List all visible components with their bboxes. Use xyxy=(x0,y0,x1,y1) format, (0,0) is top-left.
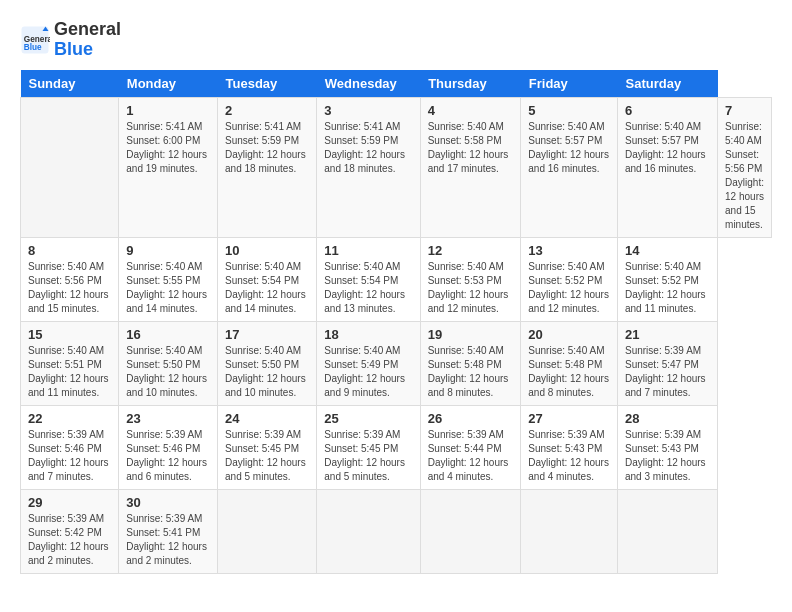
calendar-week-row: 8Sunrise: 5:40 AM Sunset: 5:56 PM Daylig… xyxy=(21,237,772,321)
day-number: 27 xyxy=(528,411,610,426)
day-number: 30 xyxy=(126,495,210,510)
calendar-cell xyxy=(618,489,718,573)
day-number: 4 xyxy=(428,103,514,118)
calendar-cell: 14Sunrise: 5:40 AM Sunset: 5:52 PM Dayli… xyxy=(618,237,718,321)
calendar-cell: 7Sunrise: 5:40 AM Sunset: 5:56 PM Daylig… xyxy=(718,97,772,237)
calendar-cell: 11Sunrise: 5:40 AM Sunset: 5:54 PM Dayli… xyxy=(317,237,420,321)
day-number: 23 xyxy=(126,411,210,426)
calendar-cell: 1Sunrise: 5:41 AM Sunset: 6:00 PM Daylig… xyxy=(119,97,218,237)
day-number: 26 xyxy=(428,411,514,426)
day-info: Sunrise: 5:39 AM Sunset: 5:43 PM Dayligh… xyxy=(625,428,710,484)
logo-icon: General Blue xyxy=(20,25,50,55)
weekday-header-monday: Monday xyxy=(119,70,218,98)
calendar-cell: 19Sunrise: 5:40 AM Sunset: 5:48 PM Dayli… xyxy=(420,321,521,405)
day-info: Sunrise: 5:40 AM Sunset: 5:51 PM Dayligh… xyxy=(28,344,111,400)
day-number: 14 xyxy=(625,243,710,258)
calendar-cell: 10Sunrise: 5:40 AM Sunset: 5:54 PM Dayli… xyxy=(218,237,317,321)
calendar-cell: 20Sunrise: 5:40 AM Sunset: 5:48 PM Dayli… xyxy=(521,321,618,405)
day-info: Sunrise: 5:40 AM Sunset: 5:50 PM Dayligh… xyxy=(126,344,210,400)
weekday-header-thursday: Thursday xyxy=(420,70,521,98)
weekday-header-friday: Friday xyxy=(521,70,618,98)
calendar-week-row: 15Sunrise: 5:40 AM Sunset: 5:51 PM Dayli… xyxy=(21,321,772,405)
svg-text:Blue: Blue xyxy=(24,43,42,52)
logo-text: General Blue xyxy=(54,20,121,60)
calendar-cell: 29Sunrise: 5:39 AM Sunset: 5:42 PM Dayli… xyxy=(21,489,119,573)
calendar-cell: 23Sunrise: 5:39 AM Sunset: 5:46 PM Dayli… xyxy=(119,405,218,489)
day-number: 17 xyxy=(225,327,309,342)
day-info: Sunrise: 5:40 AM Sunset: 5:48 PM Dayligh… xyxy=(428,344,514,400)
empty-cell xyxy=(21,97,119,237)
day-info: Sunrise: 5:39 AM Sunset: 5:42 PM Dayligh… xyxy=(28,512,111,568)
calendar-cell: 2Sunrise: 5:41 AM Sunset: 5:59 PM Daylig… xyxy=(218,97,317,237)
day-info: Sunrise: 5:40 AM Sunset: 5:56 PM Dayligh… xyxy=(28,260,111,316)
day-number: 20 xyxy=(528,327,610,342)
calendar-cell: 27Sunrise: 5:39 AM Sunset: 5:43 PM Dayli… xyxy=(521,405,618,489)
day-info: Sunrise: 5:39 AM Sunset: 5:46 PM Dayligh… xyxy=(28,428,111,484)
calendar-cell: 18Sunrise: 5:40 AM Sunset: 5:49 PM Dayli… xyxy=(317,321,420,405)
calendar-cell xyxy=(420,489,521,573)
day-number: 29 xyxy=(28,495,111,510)
day-info: Sunrise: 5:41 AM Sunset: 5:59 PM Dayligh… xyxy=(324,120,412,176)
calendar-week-row: 29Sunrise: 5:39 AM Sunset: 5:42 PM Dayli… xyxy=(21,489,772,573)
calendar-cell: 6Sunrise: 5:40 AM Sunset: 5:57 PM Daylig… xyxy=(618,97,718,237)
calendar-cell: 3Sunrise: 5:41 AM Sunset: 5:59 PM Daylig… xyxy=(317,97,420,237)
day-number: 15 xyxy=(28,327,111,342)
day-info: Sunrise: 5:39 AM Sunset: 5:43 PM Dayligh… xyxy=(528,428,610,484)
day-info: Sunrise: 5:40 AM Sunset: 5:58 PM Dayligh… xyxy=(428,120,514,176)
day-number: 8 xyxy=(28,243,111,258)
day-number: 9 xyxy=(126,243,210,258)
calendar-cell: 5Sunrise: 5:40 AM Sunset: 5:57 PM Daylig… xyxy=(521,97,618,237)
day-number: 12 xyxy=(428,243,514,258)
day-number: 2 xyxy=(225,103,309,118)
weekday-header-sunday: Sunday xyxy=(21,70,119,98)
calendar-cell: 8Sunrise: 5:40 AM Sunset: 5:56 PM Daylig… xyxy=(21,237,119,321)
day-info: Sunrise: 5:40 AM Sunset: 5:55 PM Dayligh… xyxy=(126,260,210,316)
calendar-week-row: 22Sunrise: 5:39 AM Sunset: 5:46 PM Dayli… xyxy=(21,405,772,489)
day-number: 19 xyxy=(428,327,514,342)
day-info: Sunrise: 5:39 AM Sunset: 5:47 PM Dayligh… xyxy=(625,344,710,400)
day-number: 7 xyxy=(725,103,764,118)
day-info: Sunrise: 5:39 AM Sunset: 5:45 PM Dayligh… xyxy=(225,428,309,484)
day-info: Sunrise: 5:40 AM Sunset: 5:57 PM Dayligh… xyxy=(528,120,610,176)
calendar-cell: 4Sunrise: 5:40 AM Sunset: 5:58 PM Daylig… xyxy=(420,97,521,237)
calendar-table: SundayMondayTuesdayWednesdayThursdayFrid… xyxy=(20,70,772,574)
day-info: Sunrise: 5:40 AM Sunset: 5:48 PM Dayligh… xyxy=(528,344,610,400)
calendar-cell: 26Sunrise: 5:39 AM Sunset: 5:44 PM Dayli… xyxy=(420,405,521,489)
calendar-cell: 28Sunrise: 5:39 AM Sunset: 5:43 PM Dayli… xyxy=(618,405,718,489)
day-info: Sunrise: 5:40 AM Sunset: 5:49 PM Dayligh… xyxy=(324,344,412,400)
day-info: Sunrise: 5:39 AM Sunset: 5:41 PM Dayligh… xyxy=(126,512,210,568)
calendar-cell: 15Sunrise: 5:40 AM Sunset: 5:51 PM Dayli… xyxy=(21,321,119,405)
page-header: General Blue General Blue xyxy=(20,20,772,60)
calendar-cell: 13Sunrise: 5:40 AM Sunset: 5:52 PM Dayli… xyxy=(521,237,618,321)
day-number: 28 xyxy=(625,411,710,426)
day-info: Sunrise: 5:39 AM Sunset: 5:45 PM Dayligh… xyxy=(324,428,412,484)
calendar-cell: 17Sunrise: 5:40 AM Sunset: 5:50 PM Dayli… xyxy=(218,321,317,405)
day-info: Sunrise: 5:40 AM Sunset: 5:50 PM Dayligh… xyxy=(225,344,309,400)
calendar-cell: 24Sunrise: 5:39 AM Sunset: 5:45 PM Dayli… xyxy=(218,405,317,489)
calendar-cell xyxy=(218,489,317,573)
day-info: Sunrise: 5:40 AM Sunset: 5:52 PM Dayligh… xyxy=(528,260,610,316)
day-info: Sunrise: 5:41 AM Sunset: 5:59 PM Dayligh… xyxy=(225,120,309,176)
day-number: 22 xyxy=(28,411,111,426)
day-number: 18 xyxy=(324,327,412,342)
calendar-cell xyxy=(317,489,420,573)
day-info: Sunrise: 5:40 AM Sunset: 5:54 PM Dayligh… xyxy=(225,260,309,316)
day-info: Sunrise: 5:40 AM Sunset: 5:57 PM Dayligh… xyxy=(625,120,710,176)
day-number: 16 xyxy=(126,327,210,342)
day-number: 13 xyxy=(528,243,610,258)
day-info: Sunrise: 5:41 AM Sunset: 6:00 PM Dayligh… xyxy=(126,120,210,176)
day-number: 21 xyxy=(625,327,710,342)
calendar-cell xyxy=(521,489,618,573)
day-number: 24 xyxy=(225,411,309,426)
day-number: 5 xyxy=(528,103,610,118)
calendar-cell: 25Sunrise: 5:39 AM Sunset: 5:45 PM Dayli… xyxy=(317,405,420,489)
calendar-header-row: SundayMondayTuesdayWednesdayThursdayFrid… xyxy=(21,70,772,98)
day-number: 6 xyxy=(625,103,710,118)
day-number: 25 xyxy=(324,411,412,426)
calendar-cell: 12Sunrise: 5:40 AM Sunset: 5:53 PM Dayli… xyxy=(420,237,521,321)
calendar-week-row: 1Sunrise: 5:41 AM Sunset: 6:00 PM Daylig… xyxy=(21,97,772,237)
day-number: 3 xyxy=(324,103,412,118)
calendar-cell: 30Sunrise: 5:39 AM Sunset: 5:41 PM Dayli… xyxy=(119,489,218,573)
day-info: Sunrise: 5:40 AM Sunset: 5:54 PM Dayligh… xyxy=(324,260,412,316)
calendar-cell: 9Sunrise: 5:40 AM Sunset: 5:55 PM Daylig… xyxy=(119,237,218,321)
